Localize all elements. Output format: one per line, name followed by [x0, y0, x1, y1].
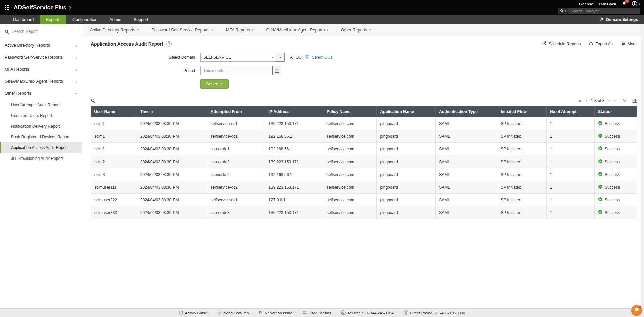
- direct-phone-number[interactable]: Direct Phone : +1-408-916-9890: [404, 310, 465, 316]
- table-row[interactable]: scim1 2024/04/03 08:30 PM selfservice-dc…: [91, 117, 637, 130]
- tab-support[interactable]: Support: [128, 15, 154, 24]
- column-chooser-icon[interactable]: [632, 98, 637, 103]
- sidebar: Active Directory Reports › Password Self…: [0, 24, 82, 308]
- table-row[interactable]: scimuser111 2024/04/03 08:30 PM selfserv…: [91, 181, 637, 194]
- col-status[interactable]: Status: [594, 106, 637, 117]
- cell-user-name: scim2: [91, 155, 137, 168]
- employee-search-input[interactable]: [568, 8, 640, 14]
- pagination-first-icon[interactable]: «: [579, 98, 581, 103]
- col-application-name[interactable]: Application Name: [377, 106, 436, 117]
- admin-guide-label: Admin Guide: [185, 311, 207, 315]
- col-authentication-type[interactable]: Authentication Type: [436, 106, 497, 117]
- col-ip-address[interactable]: IP Address: [265, 106, 323, 117]
- sidebar-group-label: Active Directory Reports: [5, 43, 50, 48]
- tab-dashboard[interactable]: Dashboard: [7, 15, 39, 24]
- table-row[interactable]: scimuser222 2024/04/03 08:30 PM selfserv…: [91, 194, 637, 206]
- tab-configuration[interactable]: Configuration: [67, 15, 103, 24]
- pagination-prev-icon[interactable]: ‹: [585, 98, 587, 103]
- cell-ip-address: 139.223.153.171: [265, 155, 323, 168]
- cell-ip-address: 139.223.153.171: [265, 181, 323, 194]
- reportnav-mfa-reports[interactable]: MFA Reports ▾: [226, 28, 254, 33]
- app-logo[interactable]: ADSelfService Plus: [14, 4, 71, 11]
- select-ous-link[interactable]: Select OUs: [312, 55, 333, 60]
- admin-guide-link[interactable]: Admin Guide: [179, 310, 207, 315]
- period-input[interactable]: [200, 66, 271, 75]
- pagination-last-icon[interactable]: »: [614, 98, 617, 103]
- user-forums-link[interactable]: User Forums: [302, 310, 331, 316]
- pagination-next-icon[interactable]: ›: [609, 98, 610, 103]
- scrollbar-track[interactable]: [641, 24, 644, 308]
- cell-authentication-type: SAML: [436, 143, 497, 155]
- app-launcher-icon[interactable]: [5, 5, 10, 10]
- employee-search-scope-button[interactable]: ▾: [558, 8, 568, 14]
- support-chat-button[interactable]: [631, 305, 642, 316]
- table-row[interactable]: scim3 2024/04/03 08:30 PM sspnode-2 192.…: [91, 168, 637, 181]
- col-policy-name[interactable]: Policy Name: [323, 106, 377, 117]
- report-issue-link[interactable]: Report an Issue: [259, 310, 292, 315]
- talkback-link[interactable]: Talk Back: [599, 2, 616, 6]
- sidebar-item-password-self-service-reports[interactable]: Password Self-Service Reports ›: [0, 51, 82, 63]
- notifications-button[interactable]: 1: [622, 1, 627, 7]
- logo-text-primary: ADSelfService: [14, 4, 54, 11]
- domain-dropdown-button[interactable]: ▾: [276, 53, 285, 62]
- table-row[interactable]: scim2 2024/04/03 08:30 PM ssp-node2 139.…: [91, 155, 637, 168]
- ou-filter-icon[interactable]: [305, 55, 309, 59]
- schedule-reports-button[interactable]: Schedule Reports: [542, 41, 581, 47]
- export-as-button[interactable]: Export As: [589, 41, 612, 47]
- cell-no-of-attempt: 1: [546, 143, 594, 155]
- table-row[interactable]: scim1 2024/04/03 08:30 PM selfservice-dc…: [91, 130, 637, 143]
- sidebar-item-other-reports[interactable]: Other Reports ›: [0, 87, 82, 100]
- direct-phone-label: Direct Phone : +1-408-916-9890: [410, 311, 465, 315]
- report-search-input[interactable]: [2, 27, 80, 36]
- tab-admin[interactable]: Admin: [104, 15, 127, 24]
- reportnav-active-directory-reports[interactable]: Active Directory Reports ▾: [90, 28, 139, 33]
- cell-policy-name: selfservice.com: [323, 143, 377, 155]
- lightbulb-icon: [217, 310, 221, 315]
- col-user-name[interactable]: User Name: [91, 106, 137, 117]
- sidebar-item-user-attempts-audit-report[interactable]: User Attempts Audit Report: [0, 100, 82, 110]
- table-row[interactable]: scim1 2024/04/03 08:30 PM ssp-node1 192.…: [91, 143, 637, 155]
- license-link[interactable]: License: [579, 2, 593, 6]
- table-search-icon[interactable]: [91, 98, 96, 103]
- col-attempted-from[interactable]: Attempted From: [207, 106, 265, 117]
- sidebar-item-active-directory-reports[interactable]: Active Directory Reports ›: [0, 39, 82, 51]
- sidebar-item-application-access-audit-report[interactable]: Application Access Audit Report: [0, 142, 82, 153]
- help-icon[interactable]: ?: [166, 41, 172, 47]
- cell-attempted-from: selfservice-dc2: [207, 181, 265, 194]
- chevron-right-icon: ›: [76, 79, 77, 84]
- sidebar-item-notification-delivery-report[interactable]: Notification Delivery Report: [0, 121, 82, 132]
- cell-no-of-attempt: 1: [546, 194, 594, 206]
- toll-free-number[interactable]: Toll free : +1-844-245-1104: [341, 310, 394, 316]
- need-features-link[interactable]: Need Features: [217, 310, 249, 315]
- sidebar-item-jit-provisioning-audit-report[interactable]: JIT Provisioning Audit Report: [0, 153, 82, 164]
- table-header-row: User Name Time▾ Attempted From IP Addres…: [91, 106, 637, 117]
- calendar-button[interactable]: [272, 66, 281, 75]
- col-initiated-flow[interactable]: Initiated Flow: [497, 106, 547, 117]
- status-label: Success: [605, 121, 620, 126]
- reportnav-password-self-service-reports[interactable]: Password Self-Service Reports ▾: [151, 28, 213, 33]
- cell-user-name: scim1: [91, 143, 137, 155]
- sidebar-item-push-registered-devices-report[interactable]: Push Registered Devices Report: [0, 132, 82, 142]
- reportnav-gina-mac-linux-agent-reports[interactable]: GINA/Mac/Linux Agent Reports ▾: [266, 28, 328, 33]
- domain-select[interactable]: SELFSERVICE ▾: [200, 53, 276, 62]
- sidebar-item-mfa-reports[interactable]: MFA Reports ›: [0, 63, 82, 75]
- tab-reports[interactable]: Reports: [40, 15, 66, 24]
- user-menu-button[interactable]: ▾: [632, 1, 640, 7]
- filter-icon[interactable]: [622, 98, 627, 103]
- col-time[interactable]: Time▾: [137, 106, 207, 117]
- sidebar-group-label: MFA Reports: [5, 67, 29, 72]
- sidebar-item-gina-mac-linux-agent-reports[interactable]: GINA/Mac/Linux Agent Reports ›: [0, 75, 82, 87]
- user-avatar-icon: [632, 1, 637, 7]
- generate-button[interactable]: Generate: [200, 79, 229, 89]
- table-row[interactable]: scimuser333 2024/04/03 08:30 PM ssp-node…: [91, 206, 637, 219]
- table-toolbar: « ‹ 1-8 of 8 › »: [91, 96, 637, 106]
- cell-application-name: pingboard: [377, 130, 436, 143]
- sidebar-item-licensed-users-report[interactable]: Licensed Users Report: [0, 110, 82, 121]
- user-forums-label: User Forums: [309, 311, 331, 315]
- reportnav-other-reports[interactable]: Other Reports ▾: [341, 28, 371, 33]
- more-button[interactable]: More: [621, 41, 637, 47]
- report-search-area: [2, 27, 80, 36]
- domain-settings-button[interactable]: Domain Settings: [600, 15, 644, 24]
- col-no-of-attempt[interactable]: No of Attempt: [546, 106, 594, 117]
- status-label: Success: [605, 185, 620, 190]
